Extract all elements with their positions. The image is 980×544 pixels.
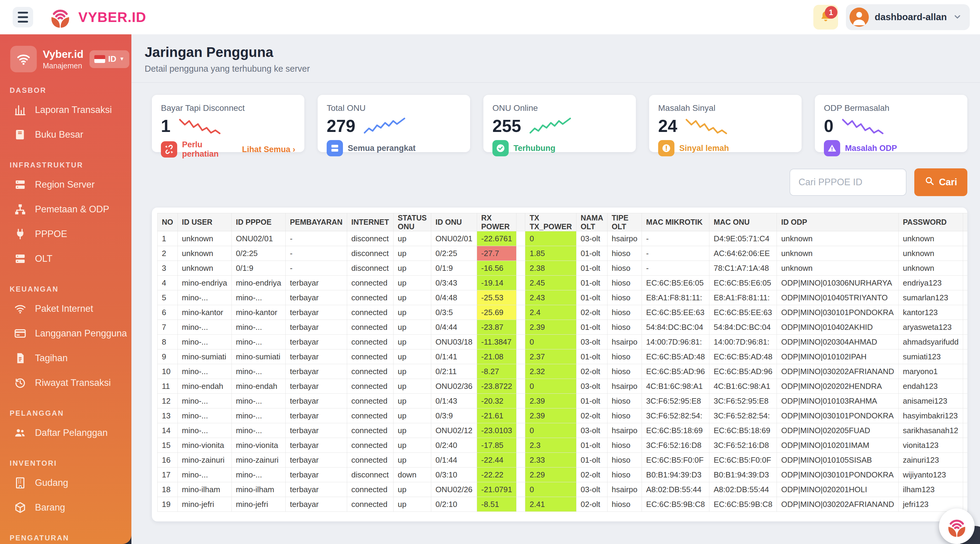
cell-nama_olt: 02-olt bbox=[576, 364, 607, 379]
cell-mac_onu: 3C:F6:52:95:E8 bbox=[710, 394, 777, 408]
cell-terakhir: Mo, 23/0 bbox=[963, 290, 967, 305]
cell-nama_olt: 01-olt bbox=[576, 349, 607, 364]
stat-card-status: Semua perangkat bbox=[348, 144, 415, 153]
cell-terakhir: Fr, 20/02 bbox=[963, 438, 967, 453]
sidebar-item-buku-besar[interactable]: Buku Besar bbox=[0, 122, 131, 147]
sidebar-item-paket-internet[interactable]: Paket Internet bbox=[0, 297, 131, 321]
cell-status_onu: up bbox=[393, 261, 431, 276]
sidebar-item-label: Daftar Pelanggan bbox=[35, 427, 108, 438]
cell-tipe_olt: hioso bbox=[607, 364, 641, 379]
sidebar-item-label: Pemetaan & ODP bbox=[35, 204, 109, 215]
cell-tx: 2.39 bbox=[525, 394, 576, 408]
cell-rx: -20.32 bbox=[477, 394, 517, 408]
cell-id_user: mino-sumiati bbox=[178, 349, 231, 364]
cell-id_user: mino-... bbox=[178, 290, 231, 305]
sidebar-item-region-server[interactable]: Region Server bbox=[0, 172, 131, 197]
sidebar-item-label: Paket Internet bbox=[35, 303, 93, 314]
cell-internet: connected bbox=[347, 290, 393, 305]
sidebar-item-pppoe[interactable]: PPPOE bbox=[0, 222, 131, 246]
cell-id_user: unknown bbox=[178, 246, 231, 261]
cell-nama_olt: 02-olt bbox=[576, 497, 607, 512]
stat-card-masalah-sinyal: Masalah Sinyal 24 Sinyal lemah bbox=[649, 95, 802, 152]
indonesia-flag-icon bbox=[94, 55, 105, 63]
cell-tx: 2.32 bbox=[525, 364, 576, 379]
cell-mac_mikrotik: 14:00:7D:96:81: bbox=[642, 335, 710, 349]
table-row: 19mino-jefrimino-jefriterbayarconnectedu… bbox=[158, 497, 968, 512]
cell-mac_mikrotik: 4C:B1:6C:98:A1 bbox=[642, 379, 710, 394]
cell-id_odp: ODP|MINO|030101PONDOKRA bbox=[777, 408, 899, 423]
cell-id_pppoe: mino-ilham bbox=[231, 482, 285, 497]
cell-no: 13 bbox=[158, 408, 178, 423]
sidebar-item-tagihan[interactable]: Tagihan bbox=[0, 346, 131, 371]
cell-pembayaran: terbayar bbox=[286, 468, 347, 482]
cell-no: 4 bbox=[158, 276, 178, 290]
cell-tx: 2.43 bbox=[525, 290, 576, 305]
cell-id_onu: 0/3:9 bbox=[431, 408, 477, 423]
sidebar-item-laporan-transaksi[interactable]: Laporan Transaksi bbox=[0, 98, 131, 122]
cell-pembayaran: terbayar bbox=[286, 290, 347, 305]
sidebar-item-riwayat-transaksi[interactable]: Riwayat Transaksi bbox=[0, 371, 131, 395]
cell-nama_olt: 01-olt bbox=[576, 320, 607, 335]
sidebar-item-olt[interactable]: OLT bbox=[0, 246, 131, 271]
cell-spacer bbox=[517, 320, 525, 335]
cell-rx: -17.85 bbox=[477, 438, 517, 453]
cell-rx: -22.6761 bbox=[477, 232, 517, 246]
sidebar-item-barang[interactable]: Barang bbox=[0, 495, 131, 520]
cell-internet: connected bbox=[347, 423, 393, 438]
cell-rx: -23.8722 bbox=[477, 379, 517, 394]
cell-mac_onu: 54:84:DC:BC:04 bbox=[710, 320, 777, 335]
cell-tx: 0 bbox=[525, 335, 576, 349]
cell-rx: -23.87 bbox=[477, 320, 517, 335]
cell-mac_onu: 14:00:7D:96:81: bbox=[710, 335, 777, 349]
cell-mac_onu: EC:6C:B5:18:69 bbox=[710, 423, 777, 438]
cell-id_onu: 0/1:41 bbox=[431, 349, 477, 364]
cell-nama_olt: 03-olt bbox=[576, 423, 607, 438]
cell-spacer bbox=[517, 468, 525, 482]
cell-no: 5 bbox=[158, 290, 178, 305]
cell-terakhir: Invalid d bbox=[963, 246, 967, 261]
stat-card-value: 1 bbox=[161, 116, 170, 136]
cell-terakhir: Th, 5/02 bbox=[963, 364, 967, 379]
sidebar-item-langganan-pengguna[interactable]: Langganan Pengguna bbox=[0, 321, 131, 346]
cell-no: 11 bbox=[158, 379, 178, 394]
sidebar-brand: Vyber.id Manajemen ID ▼ bbox=[10, 46, 125, 72]
column-header-spacer bbox=[517, 213, 525, 232]
search-button[interactable]: Cari bbox=[914, 168, 967, 196]
cell-tx: 2.38 bbox=[525, 261, 576, 276]
file-icon bbox=[14, 352, 27, 365]
stat-cards-row: Bayar Tapi Disconnect 1 Perlu perhatian … bbox=[152, 95, 967, 152]
sidebar-item-pemetaan-odp[interactable]: Pemetaan & ODP bbox=[0, 197, 131, 222]
cell-id_pppoe: 0/2:25 bbox=[231, 246, 285, 261]
sidebar-item-gudang[interactable]: Gudang bbox=[0, 471, 131, 495]
view-all-link[interactable]: Lihat Semua › bbox=[242, 145, 295, 154]
search-input[interactable] bbox=[789, 169, 907, 196]
user-menu-button[interactable]: dashboard-allan bbox=[846, 4, 970, 30]
stat-card-bayar-tapi-disconnect: Bayar Tapi Disconnect 1 Perlu perhatian … bbox=[152, 95, 304, 152]
cell-mac_mikrotik: B0:B1:94:39:D3 bbox=[642, 468, 710, 482]
cell-internet: connected bbox=[347, 453, 393, 468]
floating-vyber-logo[interactable] bbox=[939, 509, 975, 544]
sidebar-section-label: INVENTORI bbox=[10, 459, 131, 468]
hamburger-menu-button[interactable] bbox=[13, 7, 33, 27]
cell-status_onu: up bbox=[393, 349, 431, 364]
column-header-rx: RX POWER bbox=[477, 213, 517, 232]
cell-id_odp: ODP|MINO|010402AKHID bbox=[777, 320, 899, 335]
cell-status_onu: up bbox=[393, 232, 431, 246]
sidebar-item-label: Barang bbox=[35, 502, 65, 513]
cell-rx: -8.51 bbox=[477, 497, 517, 512]
cell-internet: connected bbox=[347, 394, 393, 408]
cell-id_odp: ODP|MINO|010105SISAB bbox=[777, 453, 899, 468]
cell-mac_onu: 78:C1:A7:1A:48 bbox=[710, 261, 777, 276]
sidebar-item-daftar-pelanggan[interactable]: Daftar Pelanggan bbox=[0, 420, 131, 445]
cell-no: 12 bbox=[158, 394, 178, 408]
table-row: 16mino-zainurimino-zainuriterbayarconnec… bbox=[158, 453, 968, 468]
cell-internet: connected bbox=[347, 408, 393, 423]
language-selector[interactable]: ID ▼ bbox=[89, 50, 129, 68]
cell-no: 15 bbox=[158, 438, 178, 453]
notifications-button[interactable]: 1 bbox=[813, 5, 838, 30]
column-header-tx: TX TX_POWER bbox=[525, 213, 576, 232]
cell-tipe_olt: hioso bbox=[607, 453, 641, 468]
cell-pembayaran: terbayar bbox=[286, 408, 347, 423]
cell-mac_mikrotik: 3C:F6:52:95:E8 bbox=[642, 394, 710, 408]
cell-id_onu: 0/1:44 bbox=[431, 453, 477, 468]
